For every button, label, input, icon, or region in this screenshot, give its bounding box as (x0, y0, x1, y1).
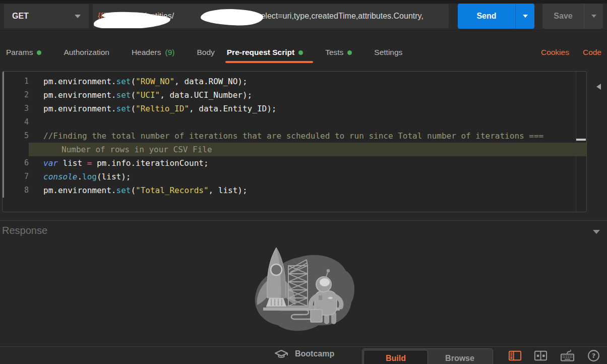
tab-headers[interactable]: Headers(9) (132, 40, 175, 65)
tab-settings[interactable]: Settings (374, 40, 402, 65)
response-section-title: Response (2, 225, 47, 236)
send-options-button[interactable] (515, 4, 534, 29)
browse-tab[interactable]: Browse (428, 350, 492, 364)
section-divider (0, 220, 607, 221)
code-line[interactable]: 1pm.environment.set("ROW_NO", data.ROW_N… (3, 75, 586, 88)
code-line-text: //Finding the total number of iterations… (29, 129, 586, 143)
line-number: 2 (3, 88, 29, 102)
keyboard-shortcuts-icon[interactable] (560, 349, 575, 362)
send-button[interactable]: Send (458, 4, 534, 29)
line-number: 4 (3, 115, 29, 129)
help-icon[interactable]: ? (587, 349, 600, 362)
code-line[interactable]: 6var list = pm.info.iterationCount; (3, 156, 586, 170)
save-options-button[interactable] (584, 4, 603, 29)
green-dot (347, 50, 352, 55)
line-number: 5 (3, 129, 29, 143)
green-dot (37, 50, 41, 55)
green-dot (298, 50, 303, 55)
code-line[interactable]: 5//Finding the total number of iteration… (3, 129, 586, 143)
editor-left-indicator (3, 72, 4, 198)
window-top-edge (0, 0, 607, 4)
send-label: Send (458, 4, 515, 29)
chevron-down-icon (591, 15, 596, 18)
line-number: 8 (3, 184, 29, 197)
code-line[interactable]: 2pm.environment.set("UCI", data.UCI_Numb… (3, 88, 586, 102)
build-browse-toggle: Build Browse (362, 348, 493, 364)
method-dropdown[interactable]: GET (4, 4, 89, 28)
code-line[interactable]: 8pm.environment.set("Total_Records", lis… (3, 184, 586, 197)
headers-count: (9) (165, 48, 174, 57)
status-bar: Bootcamp Build Browse (0, 346, 607, 364)
bootcamp-button[interactable]: Bootcamp (274, 349, 334, 359)
code-line-text: Number of rows in your CSV File (29, 143, 586, 156)
code-line[interactable]: Number of rows in your CSV File (3, 143, 586, 156)
postman-window: GET {{Reltio_Url}}/entities/}?select=uri… (0, 0, 607, 364)
tab-tests[interactable]: Tests (325, 40, 352, 65)
scrollbar-marker[interactable] (576, 139, 586, 141)
tab-authorization[interactable]: Authorization (64, 40, 109, 65)
request-tabs: Params Authorization Headers(9) Body Pre… (0, 40, 607, 65)
code-line-text: pm.environment.set("UCI", data.UCI_Numbe… (29, 88, 586, 102)
two-pane-layout-icon[interactable] (534, 349, 548, 362)
code-line-text: console.log(list); (29, 170, 586, 184)
code-line[interactable]: 4 (3, 115, 586, 129)
line-number: 6 (3, 156, 29, 170)
code-link[interactable]: Code (583, 48, 601, 57)
line-number: 7 (3, 170, 29, 184)
chevron-down-icon (75, 15, 81, 18)
response-collapse-icon[interactable] (593, 230, 600, 234)
svg-text:?: ? (592, 352, 596, 359)
build-tab[interactable]: Build (363, 350, 428, 364)
script-editor[interactable]: 1pm.environment.set("ROW_NO", data.ROW_N… (2, 71, 587, 212)
line-number: 1 (3, 75, 29, 88)
code-line-text: pm.environment.set("Total_Records", list… (29, 184, 586, 197)
line-number: 3 (3, 102, 29, 115)
chevron-down-icon (523, 15, 528, 18)
code-line-text: var list = pm.info.iterationCount; (29, 156, 586, 170)
editor-scroll-ruler (576, 72, 576, 212)
code-line-text (29, 115, 586, 129)
console-pane-icon[interactable] (508, 349, 522, 362)
method-label: GET (12, 12, 29, 21)
tab-params[interactable]: Params (6, 40, 41, 65)
empty-response-illustration (237, 246, 368, 335)
active-tab-underline (225, 61, 313, 63)
collapse-panel-arrow-icon[interactable] (596, 84, 601, 90)
code-line[interactable]: 3pm.environment.set("Reltio_ID", data.En… (3, 102, 586, 115)
line-number (3, 143, 29, 156)
graduation-cap-icon (274, 349, 289, 359)
url-query: ?select=uri,type,createdTime,attributes.… (253, 12, 423, 21)
bootcamp-label: Bootcamp (295, 349, 334, 358)
code-line[interactable]: 7console.log(list); (3, 170, 586, 184)
tab-pre-request-script[interactable]: Pre-request Script (227, 40, 303, 65)
code-lines: 1pm.environment.set("ROW_NO", data.ROW_N… (3, 75, 586, 197)
save-button[interactable]: Save (542, 4, 603, 29)
tab-body[interactable]: Body (197, 40, 214, 65)
code-line-text: pm.environment.set("Reltio_ID", data.Ent… (29, 102, 586, 115)
redaction-scribble (200, 8, 263, 26)
cookies-link[interactable]: Cookies (541, 48, 569, 57)
save-label: Save (542, 4, 584, 29)
code-line-text: pm.environment.set("ROW_NO", data.ROW_NO… (29, 75, 586, 88)
url-input[interactable]: {{Reltio_Url}}/entities/}?select=uri,typ… (93, 4, 449, 28)
